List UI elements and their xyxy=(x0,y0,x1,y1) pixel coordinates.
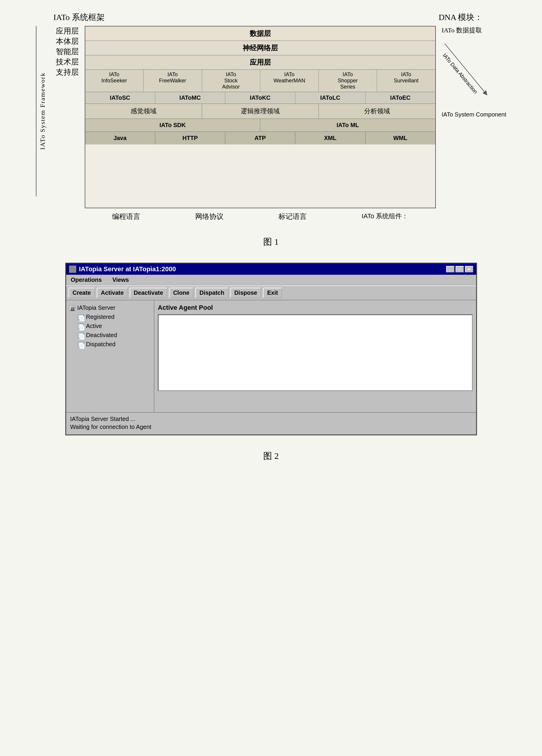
fig2-caption: 图 2 xyxy=(263,450,279,462)
tree-root-label: IATopia Server xyxy=(77,304,116,311)
btn-activate[interactable]: Activate xyxy=(97,288,128,298)
tree-root[interactable]: 🖥 IATopia Server xyxy=(69,303,151,312)
fig1-top-labels: IATo 系统框架 DNA 模块： xyxy=(36,12,506,26)
tree-dispatched-icon: 📄 xyxy=(78,342,84,347)
window-title: IATopia Server at IATopia1:2000 xyxy=(79,265,176,273)
win-menubar: Operations Views xyxy=(66,275,476,285)
tree-deactivated-icon: 📄 xyxy=(78,333,84,338)
layer-data: 数据层 xyxy=(85,26,435,41)
win-left-panel: 🖥 IATopia Server 📄 Registered 📄 Active 📄… xyxy=(66,300,154,412)
iato-sdk: IATo SDK xyxy=(85,119,261,131)
row-label-jishu: 技术层 xyxy=(49,57,79,67)
diagonal-arrow-svg xyxy=(442,41,495,105)
zhichi-xml: XML xyxy=(295,132,365,144)
btn-create[interactable]: Create xyxy=(69,288,95,298)
tree-dispatched-label: Dispatched xyxy=(86,341,116,348)
status-line2: Waiting for connection to Agent xyxy=(70,424,472,430)
menu-views[interactable]: Views xyxy=(110,276,131,284)
tree-deactivated[interactable]: 📄 Deactivated xyxy=(69,331,151,340)
fig1-caption: 图 1 xyxy=(263,236,279,248)
iato-framework-label: IATo 系统框架 xyxy=(54,12,105,23)
win-statusbar: IATopia Server Started ... Waiting for c… xyxy=(66,412,476,434)
right-labels: IATo 数据提取 IATo Data Abstraction IATo Sys… xyxy=(436,26,506,118)
btn-dispose[interactable]: Dispose xyxy=(230,288,261,298)
tree-dispatched[interactable]: 📄 Dispatched xyxy=(69,340,151,349)
titlebar-left: IATopia Server at IATopia1:2000 xyxy=(69,265,176,273)
restore-button[interactable]: □ xyxy=(456,266,464,272)
zhineng-sense: 感觉领域 xyxy=(85,104,202,119)
layer-neural: 神经网络层 xyxy=(85,41,435,55)
iatosc: IAToSC xyxy=(85,92,155,104)
tree-active-icon: 📄 xyxy=(78,324,84,329)
win-toolbar: Create Activate Deactivate Clone Dispatc… xyxy=(66,285,476,300)
iatokc: IAToKC xyxy=(225,92,295,104)
tree-active-label: Active xyxy=(86,323,102,329)
row-label-benti: 本体层 xyxy=(49,36,79,46)
label-network: 网络协议 xyxy=(195,212,224,221)
architecture-diagram: 数据层 神经网络层 应用层 IAToInfoSeeker IAToFreeWal… xyxy=(85,26,436,208)
win-right-panel: Active Agent Pool xyxy=(154,300,476,412)
btn-deactivate[interactable]: Deactivate xyxy=(130,288,167,298)
right-label-system-component: IATo System Component xyxy=(442,111,506,118)
btn-clone[interactable]: Clone xyxy=(169,288,194,298)
zhineng-analysis: 分析领域 xyxy=(319,104,435,119)
right-label-data-extraction: IATo 数据提取 xyxy=(442,26,506,35)
jishu-row: IATo SDK IATo ML xyxy=(85,119,435,132)
tree-root-icon: 🖥 xyxy=(69,305,75,311)
row-label-zhineng: 智能层 xyxy=(49,46,79,57)
bottom-labels: 编程语言 网络协议 标记语言 IATo 系统组件： xyxy=(85,208,436,221)
figure1: IATo 系统框架 DNA 模块： IATo System Framework … xyxy=(36,12,506,221)
app-row: IAToInfoSeeker IAToFreeWalker IAToStockA… xyxy=(85,70,435,92)
active-pool-title: Active Agent Pool xyxy=(158,304,473,312)
zhichi-http: HTTP xyxy=(155,132,225,144)
zhineng-logic: 逻辑推理领域 xyxy=(202,104,319,119)
app-stock: IAToStockAdvisor xyxy=(202,70,261,92)
win-controls: _ □ ✕ xyxy=(446,266,473,272)
tree-active[interactable]: 📄 Active xyxy=(69,322,151,331)
label-markup: 标记语言 xyxy=(278,212,307,221)
layer-app: 应用层 xyxy=(85,55,435,70)
tree-registered[interactable]: 📄 Registered xyxy=(69,312,151,322)
iatomc: IAToMC xyxy=(155,92,225,104)
app-shopper: IAToShopperSeries xyxy=(319,70,377,92)
app-infoseeker: IAToInfoSeeker xyxy=(85,70,144,92)
left-row-labels: 应用层 本体层 智能层 技术层 支持层 xyxy=(49,26,85,77)
btn-exit[interactable]: Exit xyxy=(263,288,282,298)
win-content: 🖥 IATopia Server 📄 Registered 📄 Active 📄… xyxy=(66,300,476,412)
zhichi-wml: WML xyxy=(366,132,435,144)
zhichi-row: Java HTTP ATP XML WML xyxy=(85,132,435,144)
win-window: IATopia Server at IATopia1:2000 _ □ ✕ Op… xyxy=(65,263,477,435)
minimize-button[interactable]: _ xyxy=(446,266,454,272)
tree-registered-label: Registered xyxy=(86,314,115,320)
figure2: IATopia Server at IATopia1:2000 _ □ ✕ Op… xyxy=(65,263,477,435)
iatolc: IAToLC xyxy=(295,92,365,104)
btn-dispatch[interactable]: Dispatch xyxy=(195,288,228,298)
zhichi-atp: ATP xyxy=(225,132,295,144)
tree-deactivated-label: Deactivated xyxy=(86,332,117,339)
close-button[interactable]: ✕ xyxy=(465,266,473,272)
vertical-axis-label: IATo System Framework xyxy=(36,26,46,197)
iato-ml: IATo ML xyxy=(260,119,435,131)
label-programming: 编程语言 xyxy=(112,212,140,221)
zhineng-row: 感觉领域 逻辑推理领域 分析领域 xyxy=(85,104,435,119)
win-titlebar: IATopia Server at IATopia1:2000 _ □ ✕ xyxy=(66,264,476,275)
menu-operations[interactable]: Operations xyxy=(69,276,104,284)
tree-registered-icon: 📄 xyxy=(78,314,84,320)
benti-row: IAToSC IAToMC IAToKC IAToLC IAToEC xyxy=(85,92,435,104)
active-pool-box xyxy=(158,314,473,391)
app-weather: IAToWeatherMAN xyxy=(260,70,319,92)
status-line1: IATopia Server Started ... xyxy=(70,416,472,422)
svg-line-0 xyxy=(445,44,486,94)
zhichi-java: Java xyxy=(85,132,155,144)
app-freewalker: IAToFreeWalker xyxy=(144,70,202,92)
row-label-yingyong: 应用层 xyxy=(49,26,79,36)
iatoec: IAToEC xyxy=(366,92,435,104)
app-icon xyxy=(69,266,76,273)
row-label-zhichi: 支持层 xyxy=(49,67,79,77)
label-system-component: IATo 系统组件： xyxy=(362,212,408,221)
app-surveillant: IAToSurveillant xyxy=(377,70,435,92)
dna-module-label: DNA 模块： xyxy=(438,12,483,23)
